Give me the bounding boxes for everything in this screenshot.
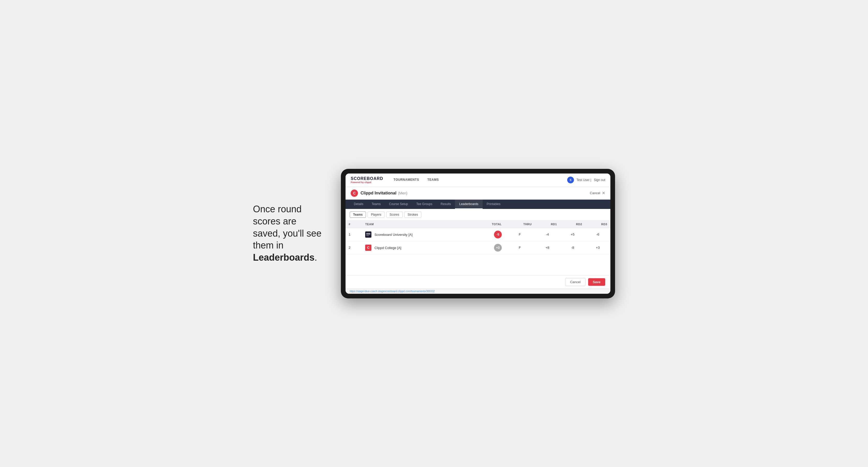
- row2-rd2: -8: [560, 241, 585, 254]
- footer: Cancel Save: [345, 275, 610, 288]
- tournament-title: Clippd Invitational: [361, 191, 397, 195]
- status-bar: https://stage-blue-coach.stagescoreboard…: [345, 288, 610, 294]
- svg-rect-0: [366, 233, 370, 234]
- col-rd2: RD2: [560, 221, 585, 228]
- sign-out-link[interactable]: Sign out: [594, 178, 605, 182]
- row1-team-logo: [365, 231, 371, 238]
- filter-strokes-button[interactable]: Strokes: [404, 212, 422, 218]
- row1-total: -5: [472, 228, 505, 241]
- footer-save-button[interactable]: Save: [588, 278, 605, 286]
- row2-team-name: Clippd College [A]: [374, 246, 401, 250]
- tournament-icon: C: [351, 190, 358, 197]
- tablet-screen: SCOREBOARD Powered by clippd TOURNAMENTS…: [345, 174, 610, 294]
- row1-rd2: +5: [560, 228, 585, 241]
- row1-rank: 1: [345, 228, 362, 241]
- nav-teams[interactable]: TEAMS: [423, 174, 443, 187]
- tablet-device: SCOREBOARD Powered by clippd TOURNAMENTS…: [341, 169, 615, 299]
- period: .: [314, 252, 317, 263]
- leaderboard-table-area: # TEAM TOTAL THRU RD1 RD2 RD3 1: [345, 221, 610, 254]
- user-avatar: S: [567, 177, 574, 183]
- row1-score-badge: -5: [494, 231, 502, 239]
- row2-score-badge: +3: [494, 244, 502, 252]
- table-row: 1 Scoreboard University [A]: [345, 228, 610, 241]
- row2-thru: F: [505, 241, 535, 254]
- table-header-row: # TEAM TOTAL THRU RD1 RD2 RD3: [345, 221, 610, 228]
- tournament-subtitle: (Men): [398, 191, 408, 195]
- tournament-header: C Clippd Invitational (Men) Cancel ✕: [345, 187, 610, 199]
- row2-rd3: +3: [585, 241, 610, 254]
- col-rd3: RD3: [585, 221, 610, 228]
- tab-results[interactable]: Results: [436, 199, 455, 209]
- tab-teams[interactable]: Teams: [368, 199, 385, 209]
- filter-players-button[interactable]: Players: [368, 212, 384, 218]
- user-name: Test User |: [577, 178, 591, 182]
- row2-total: +3: [472, 241, 505, 254]
- row1-thru: F: [505, 228, 535, 241]
- svg-rect-1: [366, 234, 370, 235]
- row2-rank: 2: [345, 241, 362, 254]
- col-thru: THRU: [505, 221, 535, 228]
- tab-tee-groups[interactable]: Tee Groups: [412, 199, 436, 209]
- col-total: TOTAL: [472, 221, 505, 228]
- col-team: TEAM: [362, 221, 472, 228]
- cancel-x-icon: ✕: [602, 191, 605, 195]
- filter-teams-button[interactable]: Teams: [350, 212, 366, 218]
- intro-text: Once round scores are saved, you'll see …: [253, 204, 321, 251]
- nav-tournaments[interactable]: TOURNAMENTS: [390, 174, 424, 187]
- filter-bar: Teams Players Scores Strokes: [345, 209, 610, 221]
- sub-navigation: Details Teams Course Setup Tee Groups Re…: [345, 199, 610, 209]
- row1-rd1: -4: [535, 228, 560, 241]
- nav-right: S Test User | Sign out: [567, 177, 605, 183]
- tournament-cancel-button[interactable]: Cancel ✕: [590, 191, 605, 195]
- top-navigation: SCOREBOARD Powered by clippd TOURNAMENTS…: [345, 174, 610, 187]
- status-url: https://stage-blue-coach.stagescoreboard…: [350, 290, 435, 293]
- svg-rect-2: [366, 235, 369, 236]
- powered-by: Powered by clippd: [351, 181, 383, 184]
- row1-team: Scoreboard University [A]: [362, 228, 472, 241]
- tab-printables[interactable]: Printables: [483, 199, 505, 209]
- leaderboard-table: # TEAM TOTAL THRU RD1 RD2 RD3 1: [345, 221, 610, 254]
- footer-cancel-button[interactable]: Cancel: [565, 278, 585, 286]
- col-rd1: RD1: [535, 221, 560, 228]
- table-row: 2 C Clippd College [A] +3 F +8 -8 +3: [345, 241, 610, 254]
- sidebar-description: Once round scores are saved, you'll see …: [253, 203, 326, 264]
- nav-links: TOURNAMENTS TEAMS: [390, 174, 567, 187]
- row1-rd3: -6: [585, 228, 610, 241]
- tab-leaderboards[interactable]: Leaderboards: [455, 199, 483, 209]
- app-logo: SCOREBOARD: [351, 176, 383, 181]
- tab-details[interactable]: Details: [350, 199, 368, 209]
- tab-course-setup[interactable]: Course Setup: [385, 199, 412, 209]
- filter-scores-button[interactable]: Scores: [386, 212, 402, 218]
- team-logo-icon: [366, 233, 370, 236]
- row2-rd1: +8: [535, 241, 560, 254]
- bold-text: Leaderboards: [253, 252, 314, 263]
- logo-area: SCOREBOARD Powered by clippd: [351, 176, 383, 184]
- row2-team: C Clippd College [A]: [362, 241, 472, 254]
- page-container: Once round scores are saved, you'll see …: [253, 169, 615, 299]
- row2-team-logo: C: [365, 245, 371, 251]
- col-rank: #: [345, 221, 362, 228]
- content-spacer: [345, 254, 610, 275]
- row1-team-name: Scoreboard University [A]: [374, 232, 412, 236]
